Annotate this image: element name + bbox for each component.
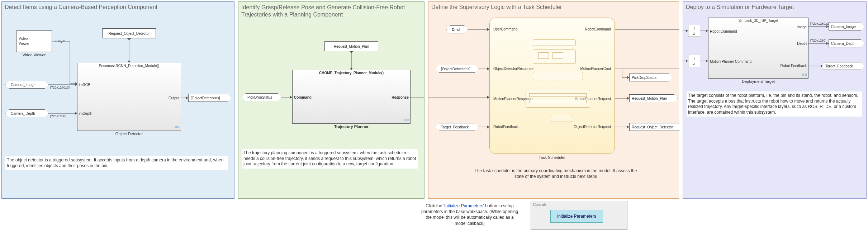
from-pick-drop-status[interactable]: PickDropStatus	[242, 93, 281, 101]
video-viewer-text2: Viewer	[19, 42, 29, 46]
svg-rect-33	[802, 74, 804, 76]
object-detector-label: Object Detector	[77, 132, 181, 136]
deploy-dim-image: [720x1280x3]	[810, 22, 830, 25]
port-robot-command-in: Robot Command	[710, 29, 737, 33]
svg-rect-0	[175, 126, 177, 128]
initialize-parameters-button[interactable]: Initialize Parameters	[550, 210, 603, 223]
panel-scheduler: Define the Supervisory Logic with a Task…	[428, 1, 679, 199]
deployment-target-label: Deployment Target	[708, 79, 808, 84]
port-imdepth: imDepth	[79, 112, 92, 115]
port-depth-out: Depth	[797, 42, 807, 46]
from-object-detections[interactable]: [ObjectDetections]	[436, 65, 479, 73]
initialize-parameters-link[interactable]: Initialize Parameters	[444, 203, 483, 208]
scheduler-description: The task scheduler is the primary coordi…	[471, 167, 640, 181]
svg-marker-46	[826, 42, 829, 45]
trajectory-planner-label: Trajectory Planner	[292, 124, 411, 129]
controls-header: Controls	[531, 201, 627, 208]
dim-depth: [720x1280]	[50, 114, 66, 118]
video-viewer-text1: Video	[19, 37, 28, 41]
port-obj-detector-response: ObjectDetectorResponse	[493, 67, 533, 71]
simulink-icon	[802, 72, 807, 77]
object-detector-block[interactable]: PosemaskRCNN_Detection_Module() imRGB im…	[77, 63, 181, 131]
goto-pick-drop-status[interactable]: PickDropStatus	[629, 74, 672, 81]
port-robot-feedback-out: Robot Feedback	[781, 64, 807, 68]
port-output: Output	[169, 96, 179, 100]
goto-camera-image[interactable]: Camera_Image	[829, 23, 864, 30]
deploy-dim-depth: [720x1280]	[810, 39, 826, 42]
svg-marker-30	[627, 97, 629, 100]
svg-rect-11	[404, 119, 406, 121]
goto-request-object-detector[interactable]: Request_Object_Detector	[629, 123, 683, 131]
port-user-command: UserCommand	[493, 27, 517, 31]
port-obj-detector-request: ObjectDetectorRequest	[574, 125, 611, 129]
port-robot-command: RobotCommand	[585, 27, 611, 31]
from-cmd[interactable]: Cmd	[446, 25, 468, 33]
svg-marker-10	[186, 96, 188, 99]
svg-marker-44	[826, 25, 829, 28]
port-image-out: Image	[797, 25, 807, 29]
svg-rect-34	[805, 74, 807, 76]
goto-camera-depth[interactable]: Camera_Depth	[829, 39, 864, 47]
panel-detect-title: Detect Items using a Camera-Based Percep…	[2, 2, 234, 13]
port-imrgb: imRGB	[79, 83, 90, 87]
controls-panel: Controls Initialize Parameters	[531, 201, 627, 230]
unit-delay-1[interactable]: 1 z	[688, 25, 700, 37]
object-detector-fn: PosemaskRCNN_Detection_Module()	[77, 63, 181, 69]
unit-delay-2[interactable]: 1 z	[688, 55, 700, 67]
panel-plan-title: Identify Grasp/Release Pose and Generate…	[238, 2, 424, 20]
initialize-instructions: Click the 'Initialize Parameters' button…	[419, 203, 520, 226]
goto-target-feedback[interactable]: Target_Feedback	[823, 62, 864, 70]
port-command: Command	[294, 95, 312, 99]
panel-scheduler-title: Define the Supervisory Logic with a Task…	[428, 2, 679, 13]
port-motion-planner-command-in: Motion Planner Command	[710, 60, 751, 63]
trigger-request-motion-plan[interactable]: Request_Motion_Plan	[324, 41, 378, 51]
video-viewer-label: Video Viewer	[16, 53, 52, 57]
detect-description: The object detector is a triggered subsy…	[5, 156, 228, 170]
video-viewer-port-image: Image	[54, 39, 65, 43]
simulink-icon	[404, 118, 409, 122]
port-response: Response	[392, 95, 409, 99]
dim-rgb: [720x1280x3]	[50, 86, 70, 89]
svg-rect-12	[407, 119, 409, 121]
task-scheduler-block[interactable]: UserCommand ObjectDetectorResponse Motio…	[489, 18, 615, 154]
port-motion-planner-cmd: MotionPlannerCmd	[580, 67, 611, 71]
panel-plan: Identify Grasp/Release Pose and Generate…	[238, 1, 424, 199]
panel-deploy-title: Deploy to a Simulation or Hardware Targe…	[683, 2, 866, 13]
task-scheduler-label: Task Scheduler	[489, 155, 615, 160]
video-viewer-block[interactable]: Video Viewer Image	[16, 30, 52, 52]
trajectory-planner-fn: CHOMP_Trajectory_Planner_Module()	[293, 70, 410, 76]
goto-object-detections[interactable]: [ObjectDetections]	[188, 94, 231, 102]
goto-request-motion-plan[interactable]: Request_Motion_Plan	[629, 94, 678, 102]
simulink-icon	[175, 125, 179, 129]
deployment-target-block[interactable]: Simulink_3D_IBP_Target Robot Command Mot…	[708, 18, 808, 79]
from-camera-image[interactable]: Camera_Image	[5, 81, 48, 89]
svg-rect-1	[177, 126, 179, 128]
deploy-description: The target consists of the robot platfor…	[687, 91, 862, 117]
trigger-request-object-detector[interactable]: Request_Object_Detector	[102, 28, 156, 38]
panel-detect: Detect Items using a Camera-Based Percep…	[1, 1, 234, 199]
svg-marker-27	[627, 76, 629, 79]
from-target-feedback[interactable]: Target_Feedback	[436, 123, 479, 131]
svg-marker-48	[821, 65, 823, 67]
trajectory-planner-block[interactable]: CHOMP_Trajectory_Planner_Module() Comman…	[292, 70, 411, 124]
panel-deploy: Deploy to a Simulation or Hardware Targe…	[683, 1, 867, 199]
port-robot-feedback: RobotFeedback	[493, 125, 519, 129]
deployment-target-fn: Simulink_3D_IBP_Target	[708, 18, 808, 23]
from-camera-depth[interactable]: Camera_Depth	[5, 109, 48, 117]
svg-marker-32	[627, 126, 629, 128]
plan-description: The trajectory planning component is a t…	[242, 149, 418, 169]
